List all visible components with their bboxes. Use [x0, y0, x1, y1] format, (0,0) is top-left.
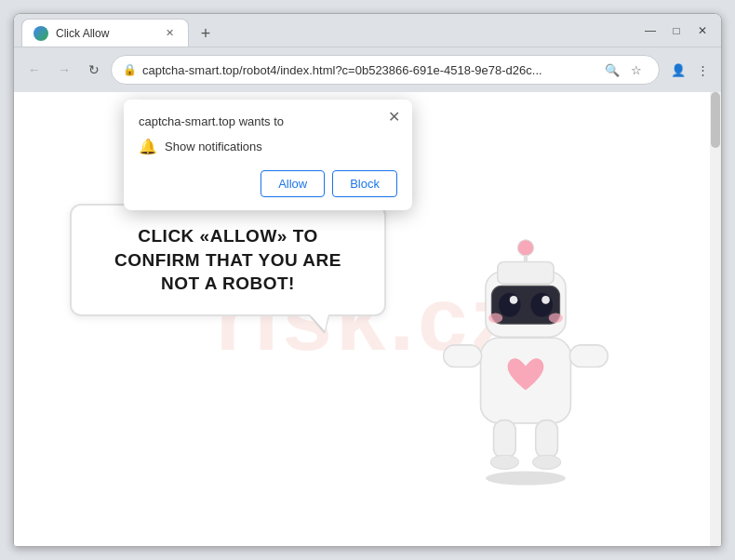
- scrollbar-thumb[interactable]: [711, 92, 720, 148]
- new-tab-button[interactable]: +: [193, 20, 219, 47]
- title-bar: Click Allow ✕ + — □ ✕: [14, 14, 721, 47]
- svg-rect-3: [498, 261, 554, 284]
- svg-point-0: [517, 240, 533, 256]
- svg-point-16: [486, 472, 566, 486]
- svg-point-10: [549, 313, 563, 323]
- svg-point-7: [510, 296, 518, 304]
- refresh-button[interactable]: ↻: [81, 57, 107, 83]
- scrollbar[interactable]: [710, 92, 721, 546]
- tab-title: Click Allow: [56, 27, 154, 40]
- svg-point-18: [533, 455, 561, 469]
- notification-row: 🔔 Show notifications: [139, 138, 397, 155]
- bell-icon: 🔔: [139, 138, 157, 155]
- popup-close-button[interactable]: ✕: [384, 107, 403, 126]
- svg-rect-12: [444, 345, 482, 367]
- popup-header: captcha-smart.top wants to: [139, 114, 397, 128]
- url-text: captcha-smart.top/robot4/index.html?c=0b…: [142, 63, 595, 77]
- tab-strip: Click Allow ✕ +: [21, 14, 639, 47]
- window-controls: — □ ✕: [639, 20, 714, 42]
- speech-bubble: CLICK «ALLOW» TO CONFIRM THAT YOU ARE NO…: [70, 204, 386, 316]
- url-actions: 🔍 ☆: [601, 59, 648, 81]
- browser-window: Click Allow ✕ + — □ ✕ ← → ↻ 🔒 captcha-sm…: [13, 13, 722, 547]
- profile-icon[interactable]: 👤: [667, 59, 689, 81]
- bookmark-icon[interactable]: ☆: [625, 59, 648, 81]
- maximize-button[interactable]: □: [665, 20, 688, 42]
- svg-point-9: [488, 313, 502, 323]
- svg-rect-15: [536, 420, 558, 459]
- svg-point-17: [490, 455, 518, 469]
- back-button[interactable]: ←: [21, 57, 47, 83]
- notification-text: Show notifications: [165, 140, 262, 153]
- minimize-button[interactable]: —: [639, 20, 662, 42]
- svg-point-8: [541, 296, 550, 304]
- address-bar: ← → ↻ 🔒 captcha-smart.top/robot4/index.h…: [14, 47, 721, 92]
- block-button[interactable]: Block: [332, 170, 397, 197]
- browser-actions: 👤 ⋮: [667, 59, 714, 81]
- forward-button[interactable]: →: [51, 57, 77, 83]
- tab-close-button[interactable]: ✕: [162, 26, 177, 41]
- active-tab[interactable]: Click Allow ✕: [21, 19, 189, 47]
- svg-point-6: [530, 293, 553, 317]
- lock-icon: 🔒: [123, 63, 137, 76]
- menu-icon[interactable]: ⋮: [691, 59, 714, 81]
- svg-rect-13: [569, 345, 608, 367]
- popup-buttons: Allow Block: [139, 170, 397, 197]
- robot-svg: [423, 230, 628, 490]
- bubble-text: CLICK «ALLOW» TO CONFIRM THAT YOU ARE NO…: [94, 224, 362, 296]
- search-icon[interactable]: 🔍: [601, 59, 623, 81]
- allow-button[interactable]: Allow: [261, 170, 325, 197]
- notification-popup: ✕ captcha-smart.top wants to 🔔 Show noti…: [124, 100, 412, 210]
- svg-rect-14: [494, 420, 516, 459]
- tab-favicon-icon: [33, 26, 48, 41]
- svg-point-5: [499, 293, 521, 317]
- page-content: risk.cz ✕ captcha-smart.top wants to 🔔 S…: [14, 92, 721, 546]
- robot-illustration: [423, 230, 665, 527]
- url-bar[interactable]: 🔒 captcha-smart.top/robot4/index.html?c=…: [111, 55, 660, 85]
- close-button[interactable]: ✕: [691, 20, 714, 42]
